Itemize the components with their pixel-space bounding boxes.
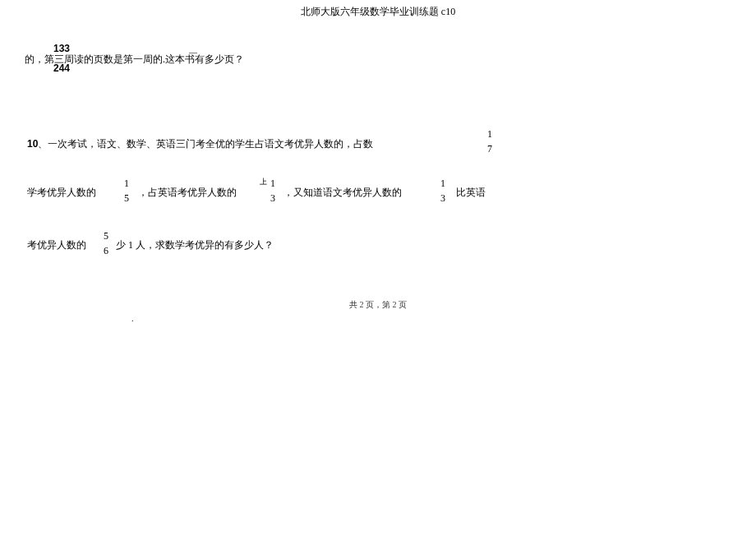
question-10-row1-text: 、一次考试，语文、数学、英语三门考全优的学生占语文考优异人数的，占数: [38, 138, 373, 150]
fraction-1-7: 1 7: [485, 128, 495, 155]
fraction-5-6-den: 6: [101, 245, 111, 256]
fraction-1-7-den: 7: [485, 143, 495, 155]
row3-seg2: 少 1 人，求数学考优异的有多少人？: [116, 238, 274, 252]
fraction-1-5-num: 1: [122, 178, 131, 189]
question-number-10: 10: [27, 138, 38, 150]
row2-seg1: 学考优异人数的: [27, 186, 96, 200]
fraction-1-3a-num: 1: [268, 178, 278, 189]
fraction-bottom-244: 244: [53, 62, 70, 74]
fraction-1-5: 1 5: [122, 178, 131, 204]
fraction-1-3b-den: 3: [438, 192, 448, 204]
stray-dot: .: [131, 314, 134, 323]
overline-mark: —: [189, 48, 197, 57]
row2-seg3: ，又知道语文考优异人数的: [284, 186, 402, 200]
fraction-1-3b: 1 3: [438, 178, 448, 204]
question-10-row1: 10、一次考试，语文、数学、英语三门考全优的学生占语文考优异人数的，占数: [27, 137, 373, 151]
row2-seg2: ，占英语考优异人数的: [138, 186, 237, 200]
fraction-5-6: 5 6: [101, 230, 111, 256]
row3-seg1: 考优异人数的: [27, 238, 86, 252]
fraction-5-6-num: 5: [101, 230, 111, 242]
row2-seg4: 比英语: [456, 186, 486, 200]
fraction-1-3a: 1 3: [268, 178, 278, 204]
fraction-1-3a-den: 3: [268, 192, 278, 204]
fraction-1-3b-num: 1: [438, 178, 448, 189]
fraction-1-7-num: 1: [485, 128, 495, 140]
fraction-1-5-den: 5: [122, 192, 131, 204]
page-title: 北师大版六年级数学毕业训练题 c10: [0, 5, 756, 19]
frac-prefix-a: 上: [260, 177, 267, 187]
page-footer: 共 2 页，第 2 页: [0, 299, 756, 311]
